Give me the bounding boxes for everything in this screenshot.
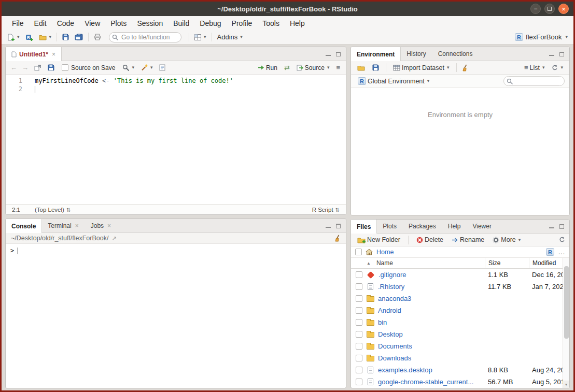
source-on-save-checkbox[interactable]: [62, 64, 68, 71]
tab-files[interactable]: Files: [351, 220, 377, 234]
tab-help[interactable]: Help: [442, 220, 467, 233]
tab-jobs[interactable]: Jobs×: [85, 219, 117, 233]
table-row[interactable]: Documents: [351, 340, 569, 352]
code-area[interactable]: myFirstLineOfCode <- 'This is my first l…: [29, 75, 346, 204]
menu-item[interactable]: Profile: [227, 17, 258, 30]
maximize-pane-icon[interactable]: [336, 52, 341, 56]
import-dataset-button[interactable]: Import Dataset ▾: [391, 63, 452, 73]
file-name-link[interactable]: Documents: [378, 342, 412, 350]
close-button[interactable]: ×: [558, 4, 569, 14]
rename-button[interactable]: Rename: [450, 235, 486, 245]
find-replace-button[interactable]: ▾: [120, 63, 136, 72]
forward-icon[interactable]: →: [21, 64, 30, 71]
minimize-pane-icon[interactable]: [326, 52, 331, 56]
load-workspace-button[interactable]: [355, 63, 367, 72]
goto-file-input[interactable]: [109, 32, 181, 42]
tab-packages[interactable]: Packages: [403, 220, 442, 233]
file-name-link[interactable]: Android: [378, 307, 401, 314]
minimize-pane-icon[interactable]: [326, 224, 331, 228]
path-overflow-button[interactable]: ...: [558, 249, 565, 256]
file-name-link[interactable]: Downloads: [378, 354, 411, 362]
menu-item[interactable]: Plots: [105, 17, 132, 30]
delete-button[interactable]: Delete: [414, 235, 445, 245]
maximize-pane-icon[interactable]: [559, 52, 564, 56]
tab-console[interactable]: Console: [6, 219, 42, 233]
menu-item[interactable]: Help: [285, 17, 310, 30]
row-checkbox[interactable]: [356, 307, 362, 314]
tab-history[interactable]: History: [401, 47, 432, 61]
vertical-scrollbar[interactable]: ▼: [563, 258, 569, 388]
pane-layout-button[interactable]: ▾: [192, 33, 208, 42]
file-type-selector[interactable]: R Script⇅: [312, 207, 340, 213]
row-checkbox[interactable]: [356, 295, 362, 302]
menu-item[interactable]: Tools: [257, 17, 285, 30]
file-name-link[interactable]: bin: [378, 318, 387, 326]
menu-item[interactable]: Code: [52, 17, 79, 30]
code-editor[interactable]: 1 2 myFirstLineOfCode <- 'This is my fir…: [6, 75, 346, 204]
print-button[interactable]: [92, 32, 103, 42]
breadcrumb-home-link[interactable]: Home: [376, 249, 394, 256]
source-button[interactable]: Source ▾: [294, 63, 332, 73]
tab-close-icon[interactable]: ×: [107, 222, 111, 229]
refresh-icon[interactable]: [559, 237, 565, 243]
menu-item[interactable]: Session: [132, 17, 168, 30]
document-outline-button[interactable]: ≡: [334, 62, 342, 73]
table-row[interactable]: Desktop: [351, 328, 569, 340]
goto-directory-icon[interactable]: ↗: [111, 235, 116, 242]
addins-button[interactable]: Addins ▾: [215, 32, 245, 42]
select-all-checkbox[interactable]: [355, 249, 362, 255]
tab-untitled1[interactable]: Untitled1* ×: [6, 47, 62, 61]
source-on-save-toggle[interactable]: Source on Save: [62, 64, 115, 71]
menu-item[interactable]: Edit: [29, 17, 52, 30]
tab-viewer[interactable]: Viewer: [467, 220, 497, 233]
save-button[interactable]: [60, 32, 71, 42]
table-row[interactable]: google-chrome-stable_current... 56.7 MB …: [351, 376, 569, 388]
new-file-button[interactable]: ▾: [5, 32, 22, 42]
project-menu-button[interactable]: R flexForBook ▾: [513, 32, 570, 42]
more-button[interactable]: More ▾: [490, 235, 523, 245]
row-checkbox[interactable]: [356, 271, 362, 278]
list-view-button[interactable]: ≡ List ▾: [522, 62, 547, 73]
file-name-link[interactable]: Desktop: [378, 330, 403, 338]
row-checkbox[interactable]: [356, 319, 362, 326]
scrollbar-thumb[interactable]: [564, 266, 569, 339]
file-name-link[interactable]: examples.desktop: [378, 366, 432, 374]
column-header-name[interactable]: ▲ Name: [367, 259, 485, 267]
tab-environment[interactable]: Environment: [351, 47, 401, 61]
row-checkbox[interactable]: [356, 283, 362, 290]
r-project-icon[interactable]: R: [546, 248, 554, 256]
compile-report-button[interactable]: [157, 63, 167, 72]
table-row[interactable]: anaconda3: [351, 293, 569, 304]
minimize-button[interactable]: −: [530, 4, 541, 14]
table-row[interactable]: Android: [351, 304, 569, 316]
row-checkbox[interactable]: [356, 331, 362, 338]
table-row[interactable]: .Rhistory 11.7 KB Jan 7, 2020,: [351, 281, 569, 293]
menu-item[interactable]: View: [79, 17, 105, 30]
tab-plots[interactable]: Plots: [377, 220, 403, 233]
table-row[interactable]: .gitignore 1.1 KB Dec 16, 20: [351, 269, 569, 281]
file-name-link[interactable]: google-chrome-stable_current...: [378, 378, 473, 386]
scroll-down-button[interactable]: ▼: [563, 381, 569, 388]
back-icon[interactable]: ←: [9, 64, 18, 71]
maximize-button[interactable]: [544, 4, 555, 14]
clear-environment-broom-icon[interactable]: [461, 64, 468, 71]
tab-connections[interactable]: Connections: [432, 47, 479, 61]
open-file-button[interactable]: ▾: [37, 33, 54, 42]
environment-scope-button[interactable]: R Global Environment ▾: [356, 76, 431, 86]
save-button[interactable]: [46, 63, 57, 72]
popout-button[interactable]: [32, 63, 43, 72]
menu-item[interactable]: Build: [168, 17, 194, 30]
table-row[interactable]: bin: [351, 316, 569, 328]
scope-selector[interactable]: (Top Level)⇅: [35, 207, 71, 213]
row-checkbox[interactable]: [356, 343, 362, 350]
tab-close-icon[interactable]: ×: [52, 51, 55, 58]
tab-close-icon[interactable]: ×: [75, 222, 79, 229]
minimize-pane-icon[interactable]: [549, 225, 554, 228]
column-header-size[interactable]: Size: [485, 258, 529, 268]
row-checkbox[interactable]: [356, 367, 362, 373]
minimize-pane-icon[interactable]: [549, 52, 554, 56]
clear-console-broom-icon[interactable]: [334, 235, 341, 242]
save-all-button[interactable]: [73, 32, 85, 42]
maximize-pane-icon[interactable]: [559, 224, 564, 229]
file-name-link[interactable]: .gitignore: [378, 271, 406, 279]
